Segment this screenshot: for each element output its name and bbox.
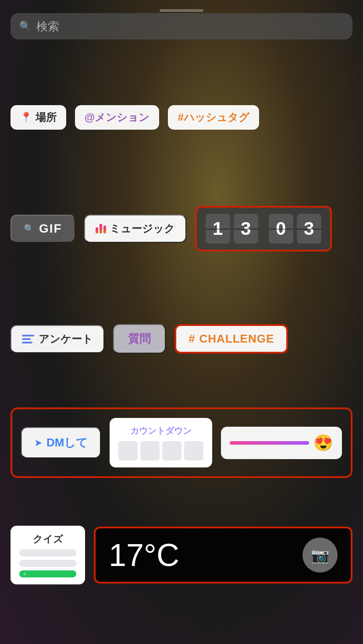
countdown-box-4 bbox=[184, 441, 203, 460]
gif-search-icon: 🔍 bbox=[24, 223, 35, 234]
countdown-sticker[interactable]: カウントダウン bbox=[110, 418, 212, 467]
clock-min2: 3 bbox=[297, 214, 321, 244]
challenge-hash: # bbox=[189, 332, 195, 346]
countdown-box-2 bbox=[140, 441, 160, 460]
question-label: 質問 bbox=[128, 332, 151, 345]
question-button[interactable]: 質問 bbox=[113, 324, 166, 354]
quiz-title: クイズ bbox=[19, 533, 76, 546]
clock-min1: 0 bbox=[269, 214, 293, 244]
quiz-option-selected: ✓ bbox=[19, 570, 76, 577]
poll-label: アンケート bbox=[39, 332, 93, 346]
dm-arrow-icon: ➤ bbox=[34, 437, 42, 449]
sticker-row-2: 🔍 GIF ミュージック 1 3 0 3 bbox=[11, 206, 332, 251]
mention-button[interactable]: @メンション bbox=[75, 105, 159, 130]
hashtag-label: #ハッシュタグ bbox=[178, 110, 249, 124]
search-icon: 🔍 bbox=[19, 21, 31, 32]
countdown-box-1 bbox=[118, 441, 138, 460]
location-icon: 📍 bbox=[20, 112, 32, 123]
challenge-label: CHALLENGE bbox=[199, 332, 274, 346]
poll-icon bbox=[22, 335, 34, 343]
location-button[interactable]: 📍 場所 bbox=[11, 105, 66, 130]
sticker-row-4: ➤ DMして カウントダウン 😍 bbox=[11, 407, 352, 478]
notch-pill bbox=[160, 9, 203, 12]
poll-button[interactable]: アンケート bbox=[11, 325, 104, 353]
search-bar[interactable]: 🔍 検索 bbox=[11, 13, 352, 39]
clock-hour1: 1 bbox=[206, 214, 230, 244]
gif-button[interactable]: 🔍 GIF bbox=[11, 215, 75, 243]
camera-button[interactable]: 📷 bbox=[302, 538, 338, 573]
slider-track bbox=[230, 441, 309, 445]
sticker-row-3: アンケート 質問 # CHALLENGE bbox=[11, 324, 288, 354]
sticker-row-1: 📍 場所 @メンション #ハッシュタグ bbox=[11, 105, 259, 130]
clock-hour2: 3 bbox=[234, 214, 258, 244]
dm-label: DMして bbox=[46, 435, 88, 450]
weather-sticker[interactable]: 17°C 📷 bbox=[94, 527, 352, 584]
gif-label: GIF bbox=[39, 222, 62, 236]
sticker-row-5: クイズ ✓ 17°C 📷 bbox=[11, 526, 352, 584]
mention-label: @メンション bbox=[85, 110, 149, 124]
countdown-boxes bbox=[118, 441, 203, 460]
quiz-sticker[interactable]: クイズ ✓ bbox=[11, 526, 85, 584]
slider-sticker[interactable]: 😍 bbox=[221, 427, 342, 459]
countdown-box-3 bbox=[162, 441, 182, 460]
location-label: 場所 bbox=[36, 110, 57, 124]
camera-icon: 📷 bbox=[311, 546, 329, 564]
music-bars-icon bbox=[96, 224, 106, 234]
quiz-option-2 bbox=[19, 560, 76, 567]
slider-emoji: 😍 bbox=[313, 434, 333, 452]
challenge-button[interactable]: # CHALLENGE bbox=[174, 324, 288, 354]
countdown-label: カウントダウン bbox=[130, 425, 192, 437]
quiz-option-1 bbox=[19, 549, 76, 556]
music-button[interactable]: ミュージック bbox=[84, 215, 186, 243]
hashtag-button[interactable]: #ハッシュタグ bbox=[168, 105, 259, 130]
search-placeholder: 検索 bbox=[36, 19, 59, 34]
weather-temperature: 17°C bbox=[109, 537, 179, 573]
clock-widget[interactable]: 1 3 0 3 bbox=[195, 206, 332, 251]
dm-button[interactable]: ➤ DMして bbox=[21, 427, 101, 458]
music-label: ミュージック bbox=[110, 222, 175, 236]
quiz-check-icon: ✓ bbox=[23, 571, 27, 577]
